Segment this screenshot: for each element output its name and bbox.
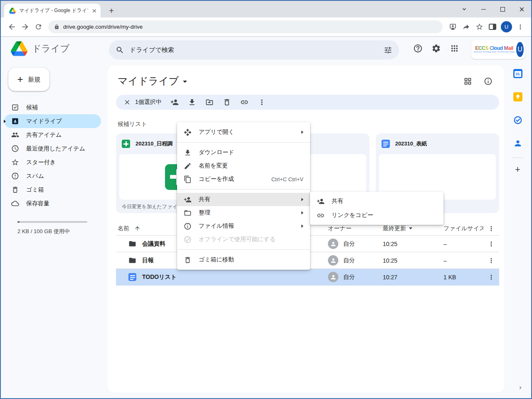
menu-item-move-to-trash[interactable]: ゴミ箱に移動 bbox=[177, 253, 310, 266]
owner-name: 自分 bbox=[343, 273, 355, 281]
sidebar-item-suggestions[interactable]: 候補 bbox=[4, 101, 101, 114]
browser-menu-icon[interactable] bbox=[514, 20, 527, 34]
menu-item-label: ダウンロード bbox=[199, 149, 234, 156]
download-selected-icon[interactable] bbox=[183, 96, 201, 108]
header-size[interactable]: ファイルサイズ bbox=[443, 225, 483, 232]
submenu-arrow-icon bbox=[301, 211, 303, 214]
details-info-icon[interactable] bbox=[484, 77, 493, 86]
browser-tab[interactable]: マイドライブ - Google ドライブ bbox=[4, 4, 101, 17]
page-title-dropdown[interactable]: マイドライブ bbox=[118, 74, 187, 88]
new-button[interactable]: + 新規 bbox=[8, 68, 49, 91]
move-selected-icon[interactable] bbox=[201, 96, 218, 108]
file-name: 会議資料 bbox=[142, 240, 165, 248]
tasks-icon[interactable] bbox=[504, 108, 531, 132]
new-button-label: 新規 bbox=[28, 76, 41, 84]
sidebar-item-storage[interactable]: 保存容量 bbox=[4, 197, 101, 210]
menu-item-make-copy[interactable]: コピーを作成 Ctrl+C Ctrl+V bbox=[177, 172, 310, 186]
expand-arrow-icon[interactable] bbox=[4, 120, 6, 123]
contacts-icon[interactable] bbox=[504, 132, 531, 155]
folder-icon bbox=[128, 256, 136, 264]
suggestions-icon bbox=[11, 103, 19, 111]
new-tab-button[interactable]: + bbox=[106, 5, 117, 17]
owner-name: 自分 bbox=[343, 257, 355, 264]
download-icon bbox=[184, 149, 192, 157]
recent-icon bbox=[11, 145, 19, 153]
get-add-ons-button[interactable]: + bbox=[504, 160, 531, 179]
header-updated[interactable]: 最終更新 bbox=[383, 225, 443, 232]
link-icon bbox=[317, 212, 325, 219]
person-add-icon bbox=[317, 197, 325, 205]
header-owner[interactable]: オーナー bbox=[328, 225, 383, 232]
sidebar-item-label: スパム bbox=[26, 172, 44, 180]
table-row-selected-file[interactable]: TODOリスト 自分 10:27 1 KB bbox=[116, 269, 499, 286]
menu-item-label: アプリで開く bbox=[199, 128, 234, 136]
sidebar-item-trash[interactable]: ゴミ箱 bbox=[4, 183, 101, 197]
forward-button[interactable] bbox=[18, 20, 32, 34]
help-icon[interactable] bbox=[413, 44, 423, 53]
owner-name: 自分 bbox=[343, 240, 355, 248]
tab-close-icon[interactable] bbox=[91, 8, 97, 14]
grid-view-icon[interactable] bbox=[463, 77, 472, 86]
row-more-icon[interactable] bbox=[488, 257, 495, 264]
menu-item-open-with[interactable]: アプリで開く bbox=[177, 126, 310, 139]
minimize-button[interactable] bbox=[474, 1, 493, 17]
sidebar-item-shared[interactable]: 共有アイテム bbox=[4, 128, 101, 142]
copy-icon bbox=[184, 175, 192, 183]
person-add-icon bbox=[184, 196, 192, 204]
sidebar-item-label: 候補 bbox=[26, 104, 38, 111]
drive-logo-row: ドライブ bbox=[11, 41, 69, 56]
submenu-arrow-icon bbox=[301, 224, 303, 228]
maximize-button[interactable] bbox=[493, 1, 512, 17]
address-bar[interactable]: drive.google.com/drive/my-drive bbox=[48, 20, 443, 33]
menu-item-file-info[interactable]: ファイル情報 bbox=[177, 219, 310, 233]
menu-item-share[interactable]: 共有 bbox=[177, 193, 310, 206]
folder-icon bbox=[128, 240, 136, 248]
menu-item-download[interactable]: ダウンロード bbox=[177, 146, 310, 159]
row-more-icon[interactable] bbox=[488, 240, 495, 248]
share-page-icon[interactable] bbox=[459, 20, 473, 34]
header-actions bbox=[413, 44, 459, 53]
search-icon bbox=[116, 46, 124, 54]
back-button[interactable] bbox=[5, 20, 18, 34]
menu-item-rename[interactable]: 名前を変更 bbox=[177, 159, 310, 172]
keep-icon[interactable] bbox=[504, 85, 531, 108]
drive-favicon bbox=[9, 7, 16, 14]
copy-link-icon[interactable] bbox=[236, 96, 253, 108]
drive-search-bar[interactable]: ドライブで検索 bbox=[109, 40, 399, 59]
menu-item-organize[interactable]: 整理 bbox=[177, 206, 310, 219]
row-more-icon[interactable] bbox=[488, 273, 495, 281]
clear-selection-icon[interactable] bbox=[122, 97, 133, 108]
docs-file-icon bbox=[382, 140, 390, 148]
submenu-item-share[interactable]: 共有 bbox=[310, 194, 443, 208]
sidebar-item-my-drive[interactable]: マイドライブ bbox=[4, 114, 101, 128]
sidebar-item-starred[interactable]: スター付き bbox=[4, 155, 101, 169]
trash-selected-icon[interactable] bbox=[218, 96, 236, 108]
google-apps-icon[interactable] bbox=[450, 44, 459, 53]
browser-profile-avatar[interactable]: U bbox=[501, 21, 512, 32]
close-window-button[interactable] bbox=[512, 1, 531, 17]
calendar-icon[interactable]: 31 bbox=[504, 62, 531, 85]
sidebar-item-spam[interactable]: スパム bbox=[4, 169, 101, 183]
submenu-item-copy-link[interactable]: リンクをコピー bbox=[310, 208, 443, 222]
file-size: 1 KB bbox=[443, 274, 483, 281]
header-name[interactable]: 名前 bbox=[118, 225, 129, 232]
last-updated: 10:25 bbox=[383, 257, 443, 264]
dropdown-arrow-icon bbox=[409, 227, 412, 229]
more-actions-icon[interactable] bbox=[253, 96, 271, 108]
show-side-panel-icon[interactable]: › bbox=[515, 382, 525, 392]
settings-gear-icon[interactable] bbox=[431, 44, 441, 53]
account-badge[interactable]: ECCS Cloud Mail Information Technology C… bbox=[471, 40, 525, 59]
share-selected-icon[interactable] bbox=[166, 96, 183, 108]
header-more-icon[interactable] bbox=[488, 225, 495, 232]
side-panel-icon[interactable] bbox=[486, 20, 499, 34]
sidebar-item-recent[interactable]: 最近使用したアイテム bbox=[4, 142, 101, 155]
storage-progress-bar bbox=[17, 221, 87, 223]
tab-search-icon[interactable] bbox=[455, 1, 474, 17]
bookmark-star-icon[interactable] bbox=[473, 20, 486, 34]
selection-count: 1個選択中 bbox=[135, 99, 162, 106]
reload-button[interactable] bbox=[32, 20, 45, 34]
install-app-icon[interactable] bbox=[446, 20, 459, 34]
account-avatar[interactable]: U bbox=[516, 42, 524, 57]
sort-ascending-icon[interactable] bbox=[134, 225, 140, 232]
search-options-icon[interactable] bbox=[384, 46, 392, 54]
